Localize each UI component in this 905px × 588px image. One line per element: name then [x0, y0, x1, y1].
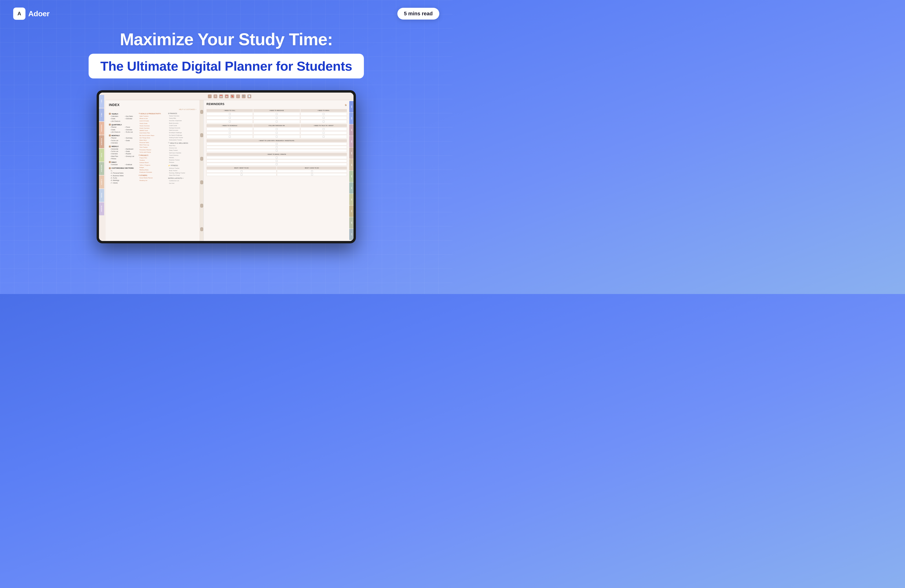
health-section-label: ♡HEALTH & WELLNESS:: [168, 142, 196, 144]
remind-cell: [300, 135, 347, 138]
remind-cell: [206, 149, 347, 152]
remind-col-call: I NEED TO CALL: [206, 109, 253, 112]
checkbox[interactable]: [229, 128, 231, 130]
checkbox[interactable]: [322, 132, 324, 134]
year-tab-MAY[interactable]: MAY: [349, 171, 354, 182]
goals-section-label: ☆GOALS & PRODUCTIVITY:: [138, 113, 167, 114]
home-icon[interactable]: 🏠: [208, 95, 212, 98]
year-tab-FEB[interactable]: FEB: [349, 136, 354, 147]
remind-cell: [300, 131, 347, 135]
others-section-label: ◇OTHERS:: [138, 174, 167, 176]
checkbox[interactable]: [276, 143, 278, 145]
side-tab-to-do[interactable]: TO-DO: [99, 149, 104, 162]
checkbox[interactable]: [241, 170, 243, 172]
year-tab-OCT[interactable]: OCT: [349, 229, 354, 240]
ring-hole: [200, 181, 203, 184]
hero-section: Maximize Your Study Time: The Ultimate D…: [0, 27, 452, 86]
year-tab-2025[interactable]: 2025: [349, 113, 354, 124]
checkbox[interactable]: [322, 120, 324, 122]
checkbox[interactable]: [322, 113, 324, 115]
checkbox[interactable]: [276, 146, 278, 148]
checkbox[interactable]: [276, 117, 278, 119]
notes-section-label: NOTES LAYOUTS >: [168, 178, 196, 179]
checkbox[interactable]: [276, 157, 278, 158]
checkbox[interactable]: [229, 136, 231, 138]
remind-cell: [253, 120, 300, 123]
file-icon[interactable]: 📄: [248, 95, 251, 98]
remind-cell: [253, 131, 300, 135]
year-tab-JAN[interactable]: JAN: [349, 124, 354, 136]
checkbox[interactable]: [322, 117, 324, 119]
remind-cell: [206, 135, 253, 138]
heart-icon[interactable]: ♡: [236, 95, 240, 98]
checkbox[interactable]: [241, 174, 243, 176]
index-col-left: YEARLY: Calendars Goals Life Check-In: [109, 112, 137, 184]
checkbox[interactable]: [276, 128, 278, 130]
clock-icon[interactable]: ⏰: [225, 95, 229, 98]
checkbox[interactable]: [276, 160, 278, 162]
remind-cell: [253, 135, 300, 138]
remind-cell: [206, 131, 253, 135]
logo-area: A Adoer: [13, 8, 49, 20]
checkbox[interactable]: [276, 132, 278, 134]
year-tab-MAR[interactable]: MAR: [349, 147, 354, 159]
remind-cell: [206, 160, 347, 162]
year-tab-JUN[interactable]: JUN: [349, 182, 354, 193]
side-tab-tab-2[interactable]: TAB 2: [99, 108, 104, 121]
year-tab-2024[interactable]: 2024: [349, 101, 354, 113]
checkbox[interactable]: [229, 120, 231, 122]
side-tab-travel[interactable]: TRAVEL: [99, 189, 104, 202]
planner-main: INDEX HELP & CUSTOMIZE > YEARLY:: [106, 100, 354, 241]
remind-create: I WANT TO MAKE / CREATE: [206, 153, 347, 156]
remind-cell: [300, 120, 347, 123]
checkbox[interactable]: [276, 163, 278, 165]
side-tab-clients[interactable]: CLIENTS: [99, 176, 104, 189]
research-cells: [206, 143, 347, 152]
remind-cell: [206, 120, 253, 123]
remind-cell: [277, 173, 347, 176]
ring-binder: [200, 100, 204, 241]
checkbox[interactable]: [229, 113, 231, 115]
tablet-frame: TAB 1TAB 2PERSONALBUSINESSTO-DOMEETINGSC…: [97, 90, 356, 243]
index-columns: YEARLY: Calendars Goals Life Check-In: [109, 112, 196, 184]
remind-cell: [253, 113, 300, 116]
side-tab-meetings[interactable]: MEETINGS: [99, 162, 104, 175]
weekly-section: WEEKLY:: [109, 146, 137, 147]
checkbox[interactable]: [311, 174, 313, 176]
ring-hole: [200, 157, 203, 161]
checkbox[interactable]: [229, 132, 231, 134]
side-tab-reading[interactable]: READING: [99, 202, 104, 215]
checkbox[interactable]: [276, 136, 278, 138]
year-tab-APR[interactable]: APR: [349, 159, 354, 170]
year-tab-JUL[interactable]: JUL: [349, 194, 354, 205]
read-time-badge: 5 mins read: [397, 8, 439, 19]
side-tab-personal[interactable]: PERSONAL: [99, 122, 104, 135]
help-link[interactable]: HELP & CUSTOMIZE >: [109, 109, 196, 110]
tools-icon[interactable]: 🔧: [242, 95, 246, 98]
hero-subtitle-wrapper: The Ultimate Digital Planner for Student…: [89, 54, 364, 78]
side-tab-business[interactable]: BUSINESS: [99, 135, 104, 148]
bookmark-icon[interactable]: 🔖: [230, 95, 234, 98]
checkbox[interactable]: [322, 128, 324, 130]
checkbox[interactable]: [276, 150, 278, 152]
checkbox[interactable]: [276, 120, 278, 122]
checkbox[interactable]: [276, 113, 278, 115]
remind-cell: [206, 127, 253, 131]
project-section-label: ⬡PROJECT:: [138, 154, 167, 156]
remind-cell: [206, 116, 253, 119]
planner-content: 🏠 ✉ 📅 ⏰ 🔖 ♡ 🔧 📄 INDEX HELP & CUSTOMIZE >: [106, 93, 354, 241]
year-tab-AUG[interactable]: AUG: [349, 205, 354, 217]
side-tab-tab-1[interactable]: TAB 1: [99, 95, 104, 108]
planner-toolbar: 🏠 ✉ 📅 ⏰ 🔖 ♡ 🔧 📄: [106, 93, 354, 100]
envelope-icon[interactable]: ✉: [214, 95, 217, 98]
checkbox[interactable]: [322, 136, 324, 138]
checkbox[interactable]: [229, 117, 231, 119]
remind-cell: [277, 170, 347, 173]
year-tab-SEP[interactable]: SEP: [349, 217, 354, 228]
finance-section-label: $FINANCE:: [168, 113, 196, 114]
index-title: INDEX: [109, 103, 196, 107]
checkbox[interactable]: [311, 170, 313, 172]
remind-cell: [206, 156, 347, 159]
calendar-icon[interactable]: 📅: [219, 95, 223, 98]
tablet-screen: TAB 1TAB 2PERSONALBUSINESSTO-DOMEETINGSC…: [99, 93, 354, 241]
